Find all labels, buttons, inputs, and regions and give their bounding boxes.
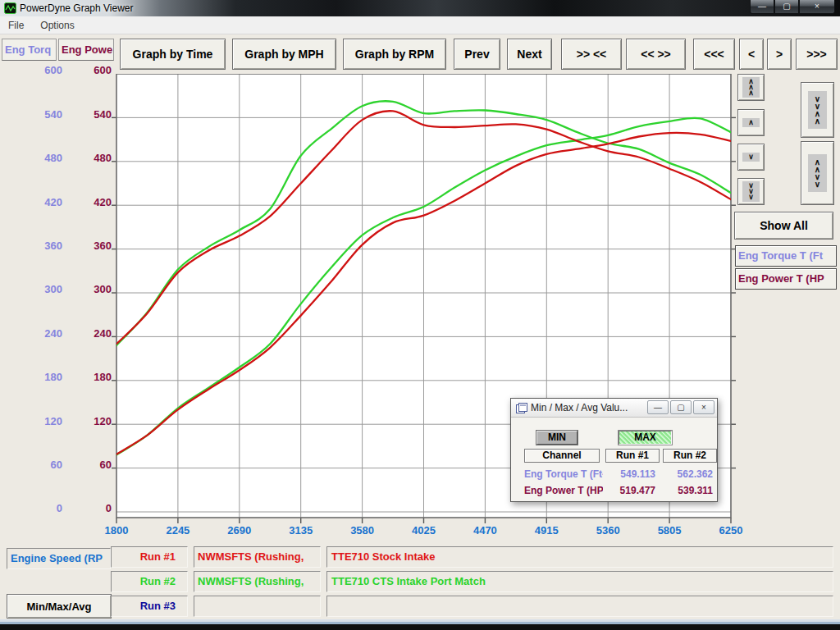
minmax-header-run-1[interactable]: Run #1: [605, 449, 660, 463]
menu-bar: File Options: [0, 16, 840, 34]
app-icon: [4, 2, 16, 14]
torque-tick-label: 600: [0, 64, 62, 77]
rpm-tick-label: 4915: [522, 524, 571, 537]
minmax-close-icon[interactable]: ×: [693, 400, 714, 414]
minmax-avg-button[interactable]: Min/Max/Avg: [7, 594, 112, 619]
zoom-out-vertical-icon: ∧∧∨∨: [808, 154, 827, 192]
rpm-tick-label: 3580: [338, 524, 387, 537]
minmax-header-run-2[interactable]: Run #2: [663, 449, 717, 463]
rpm-tick-label: 5805: [645, 524, 694, 537]
close-icon[interactable]: ×: [799, 0, 835, 14]
scroll-left-fast-button[interactable]: <<<: [693, 39, 735, 70]
run-file-field[interactable]: NWMSFTS (Rushing,: [194, 571, 321, 592]
run-file-field[interactable]: NWMSFTS (Rushing,: [194, 546, 321, 568]
zoom-in-horizontal-button[interactable]: >> <<: [561, 39, 622, 70]
torque-axis-button[interactable]: Eng Torq: [2, 39, 57, 61]
rpm-tick-label: 6250: [706, 524, 756, 537]
zoom-out-horizontal-button[interactable]: << >>: [626, 39, 686, 70]
scroll-up-fast-button[interactable]: ∧∧∧: [737, 74, 765, 101]
power-tick-label: 240: [64, 327, 112, 340]
run-label-field[interactable]: Run #3: [111, 596, 188, 617]
minmax-minimize-icon[interactable]: —: [647, 400, 669, 414]
torque-tick-label: 480: [0, 152, 62, 165]
torque-tick-label: 360: [0, 240, 62, 253]
minmax-channel-label: Eng Torque T (Ft-: [524, 468, 603, 481]
torque-tick-label: 540: [0, 108, 62, 121]
minmax-run2-value: 539.311: [660, 484, 716, 497]
minimize-icon[interactable]: —: [750, 0, 774, 14]
zoom-in-vertical-button[interactable]: ∨∨∧∧: [801, 82, 834, 138]
prev-button[interactable]: Prev: [454, 39, 500, 70]
scroll-left-button[interactable]: <: [739, 39, 764, 70]
minmax-window-titlebar[interactable]: Min / Max / Avg Valu... — ▢ ×: [511, 399, 717, 418]
scroll-right-fast-button[interactable]: >>>: [796, 39, 838, 70]
torque-tick-label: 420: [0, 196, 62, 209]
run-description-field[interactable]: TTE710 CTS Intake Port Match: [326, 571, 833, 592]
title-bar: PowerDyne Graph Viewer — ▢ ×: [0, 0, 840, 16]
torque-tick-label: 0: [0, 502, 62, 515]
zoom-in-vertical-icon: ∨∨∧∧: [808, 91, 827, 129]
max-tab-button[interactable]: MAX: [619, 431, 672, 445]
rpm-tick-label: 2690: [215, 524, 264, 537]
menu-file[interactable]: File: [0, 16, 32, 34]
torque-tick-label: 120: [0, 415, 62, 428]
rpm-tick-label: 4470: [460, 524, 509, 537]
minmax-run1-value: 519.477: [603, 484, 659, 497]
graph-by-time-button[interactable]: Graph by Time: [120, 39, 226, 70]
minmax-channel-label: Eng Power T (HP): [524, 484, 603, 497]
channel-button-power[interactable]: Eng Power T (HP: [735, 268, 837, 290]
zoom-out-vertical-button[interactable]: ∧∧∨∨: [801, 141, 834, 205]
torque-tick-label: 180: [0, 371, 62, 384]
power-tick-label: 480: [64, 152, 112, 165]
scroll-down-icon: ∨: [742, 153, 760, 162]
taskbar-edge: [0, 624, 840, 630]
graph-by-mph-button[interactable]: Graph by MPH: [232, 39, 336, 70]
run-file-field[interactable]: [194, 596, 321, 617]
window-controls: — ▢ ×: [750, 0, 835, 14]
channel-button-torque[interactable]: Eng Torque T (Ft: [735, 245, 837, 267]
rpm-tick-label: 4025: [399, 524, 449, 537]
maximize-icon[interactable]: ▢: [774, 0, 799, 14]
minmax-values-window: Min / Max / Avg Valu... — ▢ × MIN MAX Ch…: [510, 398, 718, 502]
show-all-button[interactable]: Show All: [734, 212, 833, 240]
minmax-header-channel[interactable]: Channel: [524, 449, 600, 463]
scroll-down-fast-icon: ∨∨∨: [742, 181, 760, 202]
power-tick-label: 180: [64, 371, 112, 384]
scroll-up-icon: ∧: [742, 118, 760, 127]
rpm-tick-label: 3135: [276, 524, 326, 537]
scroll-down-fast-button[interactable]: ∨∨∨: [737, 178, 765, 205]
scroll-down-button[interactable]: ∨: [737, 144, 765, 171]
min-tab-button[interactable]: MIN: [536, 431, 578, 445]
torque-tick-label: 240: [0, 327, 62, 340]
minmax-run2-value: 562.362: [660, 468, 716, 481]
power-tick-label: 600: [64, 64, 112, 77]
run-description-field[interactable]: TTE710 Stock Intake: [326, 546, 833, 568]
run-label-field[interactable]: Run #1: [111, 546, 188, 568]
scroll-up-button[interactable]: ∧: [737, 109, 765, 136]
window-title: PowerDyne Graph Viewer: [20, 0, 134, 16]
x-channel-field[interactable]: Engine Speed (RP: [7, 548, 111, 569]
power-tick-label: 120: [64, 415, 112, 428]
rpm-tick-label: 5360: [583, 524, 632, 537]
scroll-right-button[interactable]: >: [767, 39, 792, 70]
run-description-field[interactable]: [326, 596, 833, 617]
menu-options[interactable]: Options: [32, 16, 82, 34]
next-button[interactable]: Next: [507, 39, 552, 70]
run-label-field[interactable]: Run #2: [111, 571, 188, 592]
minmax-window-icon: [516, 403, 527, 413]
graph-by-rpm-button[interactable]: Graph by RPM: [343, 39, 446, 70]
scroll-up-fast-icon: ∧∧∧: [742, 77, 760, 98]
power-tick-label: 300: [64, 283, 112, 296]
powerdyne-main-window: PowerDyne Graph Viewer — ▢ × File Option…: [0, 0, 840, 630]
power-axis-button[interactable]: Eng Powe: [58, 39, 114, 61]
power-tick-label: 540: [64, 108, 112, 121]
power-tick-label: 360: [64, 240, 112, 253]
rpm-tick-label: 1800: [92, 524, 141, 537]
torque-tick-label: 60: [0, 459, 62, 472]
torque-tick-label: 300: [0, 283, 62, 296]
power-tick-label: 420: [64, 196, 112, 209]
rpm-tick-label: 2245: [153, 524, 203, 537]
minmax-run1-value: 549.113: [603, 468, 659, 481]
minmax-maximize-icon[interactable]: ▢: [670, 400, 692, 414]
minmax-window-title: Min / Max / Avg Valu...: [531, 399, 628, 418]
